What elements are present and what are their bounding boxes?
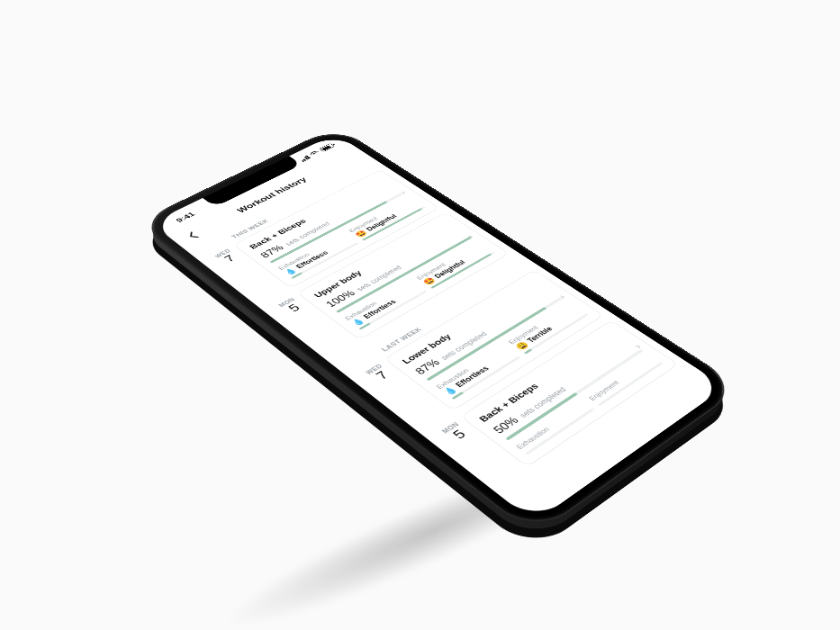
signal-icon: [298, 155, 311, 162]
chevron-right-icon: ›: [630, 341, 645, 350]
exhaustion-value: Effortless: [454, 364, 491, 388]
exhaustion-value: Effortless: [361, 299, 397, 320]
completion-label: sets completed: [438, 330, 488, 361]
wifi-icon: [308, 150, 321, 158]
completion-percent: 87%: [412, 357, 442, 377]
drop-icon: 💧: [349, 317, 365, 327]
exhaustion-bar: [525, 408, 594, 454]
enjoyment-label: Enjoyment: [587, 356, 656, 402]
drop-icon: 💧: [441, 385, 457, 396]
exhaustion-label: Exhaustion: [434, 344, 507, 390]
chevron-left-icon: [185, 231, 199, 240]
enjoyment-bar: [597, 362, 662, 406]
face-icon: 😩: [513, 340, 529, 351]
exhaustion-label: Exhaustion: [514, 400, 588, 450]
completion-label: sets completed: [517, 386, 567, 419]
enjoyment-value: Terrible: [525, 326, 554, 345]
battery-icon: [319, 143, 335, 152]
status-time: 9:41: [173, 211, 195, 223]
completion-percent: 50%: [491, 415, 522, 436]
enjoyment-label: Enjoyment: [506, 302, 575, 346]
